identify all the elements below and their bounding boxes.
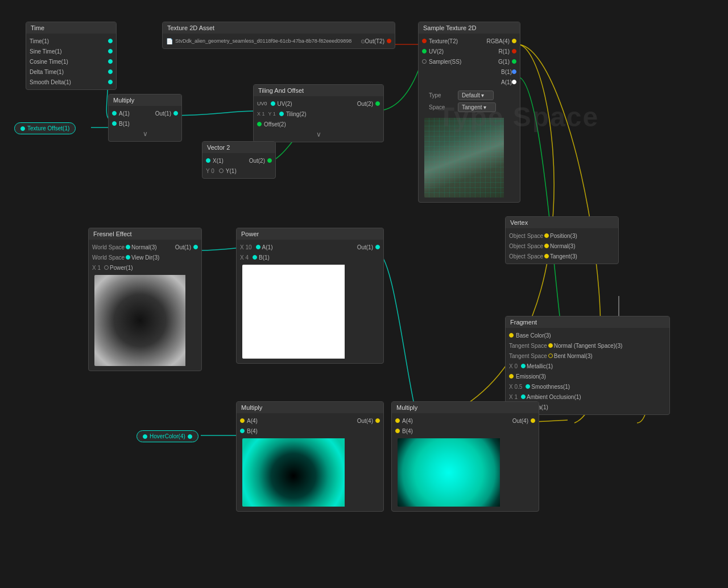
tex2d-out-dot[interactable] bbox=[387, 39, 391, 43]
mul1-b-dot[interactable] bbox=[112, 121, 117, 126]
vertex-body: Object Space Position(3) Object Space No… bbox=[506, 228, 618, 264]
time-node-header: Time bbox=[26, 22, 116, 34]
sample-type-row: Type Default ▾ bbox=[425, 89, 513, 101]
time-node-body: Time(1) Sine Time(1) Cosine Time(1) Delt… bbox=[26, 34, 116, 89]
texture-offset-node[interactable]: Texture Offset(1) bbox=[14, 122, 76, 134]
tiling-offset-dot[interactable] bbox=[257, 122, 262, 126]
multiply3-header: Multiply bbox=[392, 402, 539, 413]
texture2d-body: 📄 StvDdk_alien_geometry_seamless_d0118f9… bbox=[163, 34, 395, 48]
tiling-header: Tiling And Offset bbox=[254, 85, 383, 96]
st-b-dot[interactable] bbox=[512, 69, 516, 74]
vec2-x-dot[interactable] bbox=[206, 158, 210, 163]
tiling-out-dot[interactable] bbox=[375, 101, 380, 106]
sample-texture-node: Sample Texture 2D Texture(T2) RGBA(4) UV… bbox=[418, 22, 520, 203]
mul1-chevron[interactable]: ∨ bbox=[112, 129, 178, 139]
frag-bent-dot[interactable] bbox=[548, 353, 553, 358]
vertex-norm-dot[interactable] bbox=[544, 244, 549, 248]
fragment-node: Fragment Base Color(3) Tangent Space Nor… bbox=[505, 316, 670, 415]
multiply2-node: Multiply A(4) Out(4) B(4) bbox=[236, 401, 384, 512]
tiling-uv-dot[interactable] bbox=[271, 101, 275, 106]
sine-out-dot[interactable] bbox=[108, 49, 113, 54]
power-node: Power X 10 A(1) Out(1) X 4 B(1) bbox=[236, 228, 384, 364]
time-port-cosine: Cosine Time(1) bbox=[30, 56, 113, 67]
frag-normal-dot[interactable] bbox=[548, 343, 553, 348]
multiply1-header: Multiply bbox=[109, 94, 181, 106]
power-a-dot[interactable] bbox=[256, 245, 260, 249]
multiply2-header: Multiply bbox=[237, 402, 383, 413]
smooth-out-dot[interactable] bbox=[108, 80, 113, 84]
delta-out-dot[interactable] bbox=[108, 69, 113, 74]
power-b-dot[interactable] bbox=[253, 255, 257, 260]
frag-smooth-dot[interactable] bbox=[526, 384, 530, 389]
multiply1-node: Multiply A(1) Out(1) B(1) ∨ bbox=[108, 94, 182, 142]
vertex-node: Vertex Object Space Position(3) Object S… bbox=[505, 216, 619, 264]
fresnel-header: Fresnel Effect bbox=[89, 228, 201, 240]
multiply1-body: A(1) Out(1) B(1) ∨ bbox=[109, 106, 181, 141]
time-out-dot[interactable] bbox=[108, 39, 113, 43]
mul3-a-dot[interactable] bbox=[395, 418, 400, 423]
texture2d-node: Texture 2D Asset 📄 StvDdk_alien_geometry… bbox=[162, 22, 395, 49]
texture2d-header: Texture 2D Asset bbox=[163, 22, 395, 34]
mul2-b-dot[interactable] bbox=[240, 429, 245, 433]
multiply2-body: A(4) Out(4) B(4) bbox=[237, 413, 383, 511]
fragment-header: Fragment bbox=[506, 316, 669, 328]
multiply3-node: Multiply A(4) Out(4) B(4) bbox=[391, 401, 539, 512]
frag-emission-dot[interactable] bbox=[509, 374, 514, 379]
power-preview bbox=[242, 265, 378, 359]
frag-ao-dot[interactable] bbox=[521, 394, 526, 399]
vector2-header: Vector 2 bbox=[202, 142, 275, 153]
time-port-time: Time(1) bbox=[30, 36, 113, 46]
mul3-b-dot[interactable] bbox=[395, 429, 400, 433]
tiling-tiling-dot[interactable] bbox=[279, 112, 284, 116]
st-a-dot[interactable] bbox=[512, 80, 516, 84]
fresnel-out-dot[interactable] bbox=[193, 245, 198, 249]
hover-color-node[interactable]: HoverColor(4) bbox=[136, 430, 198, 442]
power-header: Power bbox=[237, 228, 383, 240]
hover-color-dot[interactable] bbox=[143, 434, 147, 439]
vertex-tan-dot[interactable] bbox=[544, 254, 549, 258]
fresnel-body: World Space Normal(3) Out(1) World Space… bbox=[89, 240, 201, 371]
vector2-body: X(1) Out(2) Y 0 Y(1) bbox=[202, 153, 275, 178]
hover-color-out-dot[interactable] bbox=[188, 434, 192, 439]
frag-base-dot[interactable] bbox=[509, 333, 514, 338]
mul1-out-dot[interactable] bbox=[173, 111, 178, 116]
st-sampler-dot[interactable] bbox=[422, 59, 427, 64]
mul3-out-dot[interactable] bbox=[531, 418, 535, 423]
fresnel-node: Fresnel Effect World Space Normal(3) Out… bbox=[88, 228, 202, 371]
st-uv-dot[interactable] bbox=[422, 49, 427, 54]
power-out-dot[interactable] bbox=[375, 245, 380, 249]
mul2-a-dot[interactable] bbox=[240, 418, 245, 423]
texture-offset-dot[interactable] bbox=[20, 126, 25, 131]
vertex-pos-dot[interactable] bbox=[544, 233, 549, 238]
time-port-smooth: Smooth Delta(1) bbox=[30, 77, 113, 87]
vector2-node: Vector 2 X(1) Out(2) Y 0 Y(1) bbox=[202, 141, 276, 179]
multiply3-preview bbox=[398, 438, 533, 507]
sample-space-row: Space Tangent ▾ bbox=[425, 101, 513, 113]
tiling-offset-node: Tiling And Offset UV0 UV(2) Out(2) X 1 Y… bbox=[253, 84, 384, 142]
vec2-y-dot[interactable] bbox=[219, 168, 224, 173]
sample-texture-preview bbox=[424, 118, 514, 198]
st-rgba-dot[interactable] bbox=[512, 39, 516, 43]
cosine-out-dot[interactable] bbox=[108, 59, 113, 64]
mul2-out-dot[interactable] bbox=[375, 418, 380, 423]
st-g-dot[interactable] bbox=[512, 59, 516, 64]
tiling-body: UV0 UV(2) Out(2) X 1 Y 1 Tiling(2) Offse… bbox=[254, 96, 383, 142]
mul1-a-dot[interactable] bbox=[112, 111, 117, 116]
st-tex-dot[interactable] bbox=[422, 39, 427, 43]
space-dropdown[interactable]: Tangent ▾ bbox=[458, 102, 496, 112]
tiling-chevron[interactable]: ∨ bbox=[257, 129, 380, 139]
st-r-dot[interactable] bbox=[512, 49, 516, 54]
time-port-sine: Sine Time(1) bbox=[30, 46, 113, 56]
sample-texture-header: Sample Texture 2D bbox=[419, 22, 520, 34]
sample-texture-body: Texture(T2) RGBA(4) UV(2) R(1) Sampler(S… bbox=[419, 34, 520, 202]
time-node: Time Time(1) Sine Time(1) Cosine Time(1)… bbox=[26, 22, 117, 90]
frag-metal-dot[interactable] bbox=[521, 364, 526, 368]
multiply2-preview bbox=[242, 438, 378, 507]
fresnel-power-dot[interactable] bbox=[104, 265, 109, 270]
vertex-header: Vertex bbox=[506, 217, 618, 228]
vec2-out-dot[interactable] bbox=[267, 158, 272, 163]
fresnel-view-dot[interactable] bbox=[126, 255, 130, 260]
fresnel-normal-dot[interactable] bbox=[126, 245, 130, 249]
time-port-delta: Delta Time(1) bbox=[30, 67, 113, 77]
type-dropdown[interactable]: Default ▾ bbox=[458, 91, 494, 100]
